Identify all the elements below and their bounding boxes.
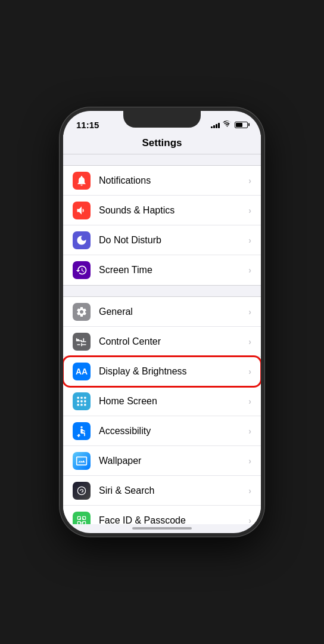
- notifications-label: Notifications: [99, 175, 248, 186]
- svg-point-17: [82, 518, 84, 520]
- svg-point-10: [77, 487, 85, 494]
- home-indicator: [132, 527, 192, 530]
- nav-header: Settings: [63, 135, 261, 154]
- settings-row-screentime[interactable]: Screen Time ›: [63, 255, 261, 285]
- section-gap-2: [63, 286, 261, 296]
- screentime-label: Screen Time: [99, 265, 248, 275]
- dnd-label: Do Not Disturb: [99, 235, 248, 246]
- general-chevron: ›: [248, 307, 251, 317]
- settings-row-display-brightness[interactable]: AA Display & Brightness ›: [63, 357, 261, 386]
- svg-rect-2: [84, 397, 86, 398]
- face-id-icon: [73, 512, 91, 525]
- wifi-icon: [223, 120, 232, 129]
- settings-row-notifications[interactable]: Notifications ›: [63, 166, 261, 196]
- svg-rect-3: [77, 400, 79, 402]
- status-icons: [211, 120, 248, 129]
- wallpaper-chevron: ›: [248, 456, 251, 466]
- control-center-label: Control Center: [99, 336, 248, 347]
- wallpaper-label: Wallpaper: [99, 456, 248, 466]
- siri-label: Siri & Search: [99, 485, 248, 496]
- svg-rect-7: [80, 404, 82, 405]
- svg-rect-0: [77, 397, 79, 398]
- dnd-chevron: ›: [248, 236, 251, 245]
- siri-icon: [73, 482, 91, 500]
- face-id-label: Face ID & Passcode: [99, 515, 248, 525]
- control-center-icon: [73, 333, 91, 351]
- control-center-chevron: ›: [248, 337, 251, 346]
- nav-title: Settings: [142, 137, 182, 148]
- home-screen-label: Home Screen: [99, 396, 248, 407]
- screentime-icon: [73, 261, 91, 279]
- settings-row-wallpaper[interactable]: Wallpaper ›: [63, 446, 261, 476]
- wallpaper-icon: [73, 452, 91, 470]
- battery-status-icon: [235, 122, 248, 128]
- home-screen-icon: [73, 392, 91, 410]
- svg-point-9: [80, 426, 82, 428]
- signal-icon: [211, 121, 220, 128]
- status-time: 11:15: [76, 120, 99, 130]
- settings-row-home-screen[interactable]: Home Screen ›: [63, 386, 261, 416]
- sounds-chevron: ›: [248, 206, 251, 215]
- notifications-icon: [73, 172, 91, 190]
- notch: [123, 111, 201, 128]
- svg-rect-8: [84, 404, 86, 405]
- dnd-icon: [73, 231, 91, 249]
- sounds-label: Sounds & Haptics: [99, 205, 248, 216]
- face-id-chevron: ›: [248, 516, 251, 525]
- display-brightness-icon: AA: [73, 363, 91, 380]
- sounds-icon: [73, 202, 91, 219]
- display-brightness-label: Display & Brightness: [99, 366, 248, 377]
- settings-row-face-id[interactable]: Face ID & Passcode ›: [63, 506, 261, 524]
- svg-point-16: [79, 518, 81, 520]
- settings-row-sounds[interactable]: Sounds & Haptics ›: [63, 196, 261, 225]
- svg-point-11: [82, 492, 82, 493]
- general-label: General: [99, 306, 248, 317]
- settings-group-1: Notifications › Sounds & Haptics ›: [63, 165, 261, 286]
- display-brightness-icon-label: AA: [76, 367, 88, 376]
- settings-group-2: General › Control Center › AA Displ: [63, 296, 261, 524]
- settings-row-dnd[interactable]: Do Not Disturb ›: [63, 225, 261, 255]
- phone-frame: 11:15 Settings: [60, 107, 264, 537]
- accessibility-icon: [73, 422, 91, 440]
- home-screen-chevron: ›: [248, 397, 251, 406]
- settings-row-general[interactable]: General ›: [63, 297, 261, 327]
- settings-row-accessibility[interactable]: Accessibility ›: [63, 416, 261, 446]
- notifications-chevron: ›: [248, 176, 251, 185]
- general-icon: [73, 303, 91, 321]
- phone-screen: 11:15 Settings: [63, 111, 261, 533]
- settings-list: Notifications › Sounds & Haptics ›: [63, 154, 261, 524]
- section-gap-1: [63, 154, 261, 165]
- svg-rect-1: [80, 397, 82, 398]
- accessibility-chevron: ›: [248, 426, 251, 436]
- siri-chevron: ›: [248, 486, 251, 496]
- svg-rect-6: [77, 404, 79, 405]
- screentime-chevron: ›: [248, 265, 251, 275]
- display-brightness-chevron: ›: [248, 367, 251, 376]
- settings-row-control-center[interactable]: Control Center ›: [63, 327, 261, 357]
- settings-row-siri[interactable]: Siri & Search ›: [63, 476, 261, 506]
- accessibility-label: Accessibility: [99, 426, 248, 436]
- svg-rect-4: [80, 400, 82, 402]
- svg-rect-5: [84, 400, 86, 402]
